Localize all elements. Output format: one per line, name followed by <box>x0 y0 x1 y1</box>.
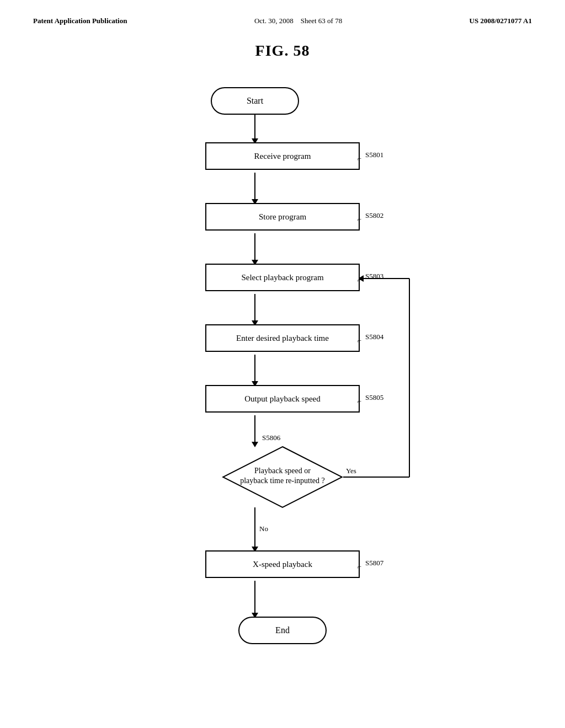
s5805-shape: Output playback speed <box>205 385 360 413</box>
s5807-label: S5807 <box>365 559 383 568</box>
s5801-shape: Receive program <box>205 142 360 170</box>
s5807-shape: X-speed playback <box>205 550 360 578</box>
page: Patent Application Publication Oct. 30, … <box>0 0 565 728</box>
sheet-info: Sheet 63 of 78 <box>301 17 342 25</box>
publication-label: Patent Application Publication <box>33 17 127 25</box>
start-shape: Start <box>211 87 299 115</box>
publication-date: Oct. 30, 2008 <box>254 17 294 25</box>
s5803-node: Select playback program S5803 ⌐ <box>205 264 360 291</box>
s5803-label: S5803 <box>365 272 383 281</box>
patent-number: US 2008/0271077 A1 <box>470 17 532 25</box>
header-center: Oct. 30, 2008 Sheet 63 of 78 <box>254 17 342 25</box>
s5804-shape: Enter desired playback time <box>205 324 360 352</box>
s5805-node: Output playback speed S5805 ⌐ <box>205 385 360 413</box>
s5802-shape: Store program <box>205 203 360 231</box>
s5802-label: S5802 <box>365 211 383 220</box>
s5806-text: Playback speed orplayback time re-inputt… <box>229 466 336 486</box>
svg-text:No: No <box>259 524 268 533</box>
s5806-node: Playback speed orplayback time re-inputt… <box>222 446 343 506</box>
s5804-node: Enter desired playback time S5804 ⌐ <box>205 324 360 352</box>
s5801-label: S5801 <box>365 151 383 159</box>
s5807-node: X-speed playback S5807 ⌐ <box>205 550 360 578</box>
svg-text:Yes: Yes <box>346 467 356 475</box>
flowchart: No Yes S5806 Start Receiv <box>117 87 448 666</box>
s5805-label: S5805 <box>365 393 383 402</box>
start-node: Start <box>211 87 299 115</box>
header-left: Patent Application Publication <box>33 17 127 25</box>
header-right: US 2008/0271077 A1 <box>470 17 532 25</box>
end-node: End <box>238 617 327 644</box>
s5806-diamond: Playback speed orplayback time re-inputt… <box>222 446 343 506</box>
s5801-node: Receive program S5801 ⌐ <box>205 142 360 170</box>
s5804-label: S5804 <box>365 333 383 341</box>
page-header: Patent Application Publication Oct. 30, … <box>33 17 532 25</box>
svg-text:S5806: S5806 <box>262 433 281 442</box>
s5803-shape: Select playback program <box>205 264 360 291</box>
end-shape: End <box>238 617 327 644</box>
figure-title: FIG. 58 <box>33 42 532 60</box>
s5802-node: Store program S5802 ⌐ <box>205 203 360 231</box>
flowchart-arrows: No Yes S5806 <box>117 87 448 666</box>
